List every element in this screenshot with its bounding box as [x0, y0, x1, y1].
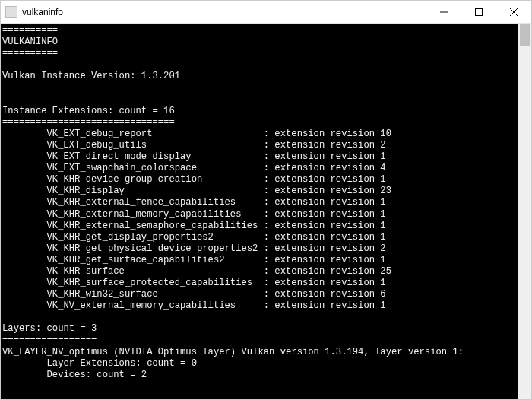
minimize-icon — [440, 8, 448, 16]
svg-rect-0 — [476, 8, 483, 15]
maximize-button[interactable] — [461, 1, 496, 24]
maximize-icon — [475, 8, 483, 16]
close-icon — [510, 8, 518, 16]
titlebar[interactable]: vulkaninfo — [1, 1, 531, 24]
app-window: vulkaninfo ========== VULKANINFO =======… — [0, 0, 532, 400]
scrollbar-thumb[interactable] — [520, 24, 530, 46]
close-button[interactable] — [496, 1, 531, 24]
scrollbar-track[interactable] — [518, 24, 531, 399]
terminal-output[interactable]: ========== VULKANINFO ========== Vulkan … — [1, 24, 518, 399]
minimize-button[interactable] — [426, 1, 461, 24]
content-wrap: ========== VULKANINFO ========== Vulkan … — [1, 24, 531, 399]
app-icon — [5, 6, 17, 18]
window-title: vulkaninfo — [22, 7, 63, 17]
title-left: vulkaninfo — [1, 6, 63, 18]
